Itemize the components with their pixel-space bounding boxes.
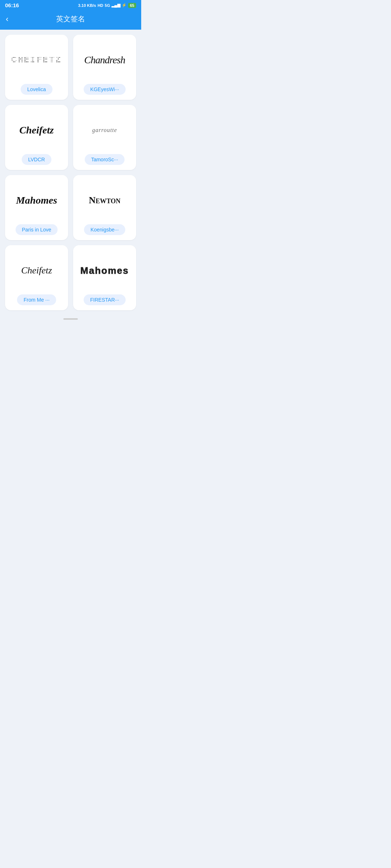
signature-card-koenigsberg[interactable]: NewtonKoenigsbe··· — [73, 175, 136, 240]
signature-display-lovelica: CHEIFETZ — [9, 42, 64, 78]
signature-card-lovelica[interactable]: CHEIFETZLovelica — [5, 35, 68, 100]
signature-display-kgeyes: Chandresh — [77, 42, 132, 78]
status-5g: 5G — [105, 3, 110, 8]
signature-card-tamoro[interactable]: garroutteTamoroSc··· — [73, 105, 136, 170]
status-right-section: 3.10 KB/s HD 5G ▂▄▆ ⚡ 65 — [78, 3, 136, 8]
back-button[interactable]: ‹ — [6, 14, 8, 24]
signature-text-lovelica: CHEIFETZ — [11, 55, 62, 65]
font-label-fromme[interactable]: From Me ··· — [17, 294, 56, 305]
status-hd: HD — [97, 3, 103, 8]
signature-display-paris: Mahomes — [9, 182, 64, 218]
signature-card-lvdcr[interactable]: CheifetzLVDCR — [5, 105, 68, 170]
scroll-indicator — [63, 318, 78, 320]
signature-card-firestar[interactable]: MahomesFIRESTAR··· — [73, 245, 136, 310]
signature-display-firestar: Mahomes — [77, 252, 132, 289]
signature-text-lvdcr: Cheifetz — [20, 125, 54, 136]
signature-display-fromme: Cheifetz — [9, 252, 64, 289]
font-label-koenigsberg[interactable]: Koenigsbe··· — [84, 224, 125, 235]
signature-text-koenigsberg: Newton — [89, 195, 120, 206]
signature-card-fromme[interactable]: CheifetzFrom Me ··· — [5, 245, 68, 310]
signal-icon: ▂▄▆ — [112, 3, 120, 8]
lightning-icon: ⚡ — [122, 3, 127, 8]
page-header: ‹ 英文签名 — [0, 10, 141, 30]
font-label-kgeyes[interactable]: KGEyesWi··· — [84, 84, 125, 95]
signature-text-kgeyes: Chandresh — [84, 55, 125, 66]
font-label-lovelica[interactable]: Lovelica — [21, 84, 52, 95]
font-label-lvdcr[interactable]: LVDCR — [22, 154, 51, 165]
status-speed: 3.10 KB/s — [78, 3, 96, 8]
font-label-paris[interactable]: Paris in Love — [16, 224, 58, 235]
status-bar: 06:16 3.10 KB/s HD 5G ▂▄▆ ⚡ 65 — [0, 0, 141, 10]
signature-text-firestar: Mahomes — [80, 265, 129, 276]
battery-indicator: 65 — [128, 3, 136, 8]
status-time: 06:16 — [5, 2, 19, 8]
signature-text-fromme: Cheifetz — [21, 265, 52, 276]
font-label-tamoro[interactable]: TamoroSc··· — [85, 154, 125, 165]
signature-display-lvdcr: Cheifetz — [9, 112, 64, 148]
signature-display-tamoro: garroutte — [77, 112, 132, 148]
signature-display-koenigsberg: Newton — [77, 182, 132, 218]
page-title: 英文签名 — [56, 14, 85, 24]
signature-card-paris[interactable]: MahomesParis in Love — [5, 175, 68, 240]
signature-grid: CHEIFETZLovelicaChandreshKGEyesWi···Chei… — [0, 30, 141, 315]
font-label-firestar[interactable]: FIRESTAR··· — [84, 294, 126, 305]
signature-text-tamoro: garroutte — [92, 127, 117, 133]
signature-text-paris: Mahomes — [16, 195, 57, 206]
signature-card-kgeyes[interactable]: ChandreshKGEyesWi··· — [73, 35, 136, 100]
